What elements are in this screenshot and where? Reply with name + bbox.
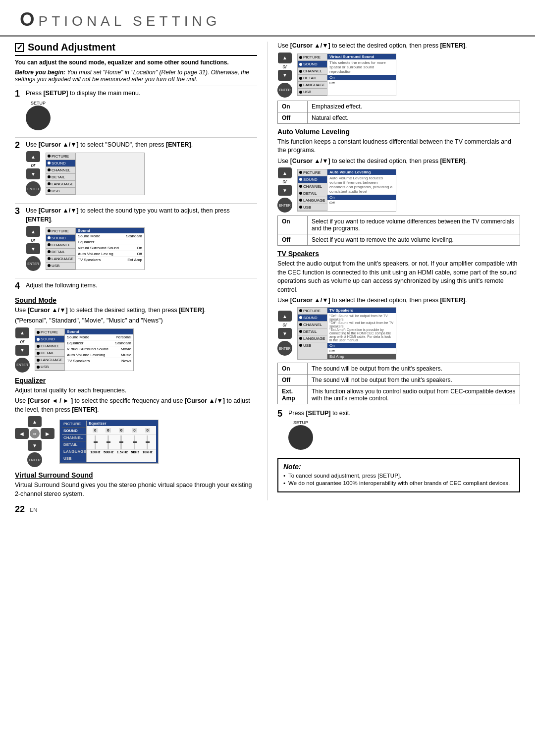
sm2-side-icons: PICTURE SOUND CHANNEL DETAIL LANGUAGE US… — [35, 329, 65, 371]
eq-si-picture: PICTURE — [62, 421, 86, 428]
step-1: 1 Press [SETUP] to display the main menu… — [15, 89, 257, 133]
avl-down-btn — [278, 185, 292, 196]
eq-si-channel: CHANNEL — [62, 434, 86, 441]
eq-side: PICTURE SOUND CHANNEL DETAIL LANGUAGE US… — [62, 421, 87, 462]
sm-usb: USB — [46, 263, 75, 270]
avl-on-row: On — [327, 195, 396, 200]
avl-table: On Select if you want to reduce volume d… — [277, 216, 520, 246]
avl-up-btn — [278, 167, 292, 178]
tvs-illus: or ENTER PICTURE SOUND CHANNEL DETAIL LA… — [277, 307, 520, 360]
step-2: 2 Use [Cursor ▲/▼] to select "SOUND", th… — [15, 141, 257, 200]
eq-up-btn — [28, 416, 42, 427]
vss-off-row: Off — [327, 80, 396, 86]
tvs-title: TV Speakers — [277, 250, 520, 258]
eq-right-btn — [41, 428, 54, 439]
enter-remote-btn: ENTER — [26, 181, 41, 196]
menu-usb: USB — [46, 188, 75, 195]
enter-sm: ENTER — [15, 358, 30, 373]
nav-cluster-vss: or ENTER — [277, 53, 292, 98]
sm2-language: LANGUAGE — [35, 357, 64, 364]
left-column: Sound Adjustment You can adjust the soun… — [15, 42, 268, 500]
avl-si-sound: SOUND — [298, 176, 327, 183]
vss-side-icons: PICTURE SOUND CHANNEL DETAIL LANGUAGE US… — [298, 54, 327, 96]
avl-si-language: LANGUAGE — [298, 197, 327, 204]
tvs-on-row-table: On The sound will be output from the uni… — [278, 363, 520, 374]
tvs-off-value: The sound will not be output from the un… — [308, 374, 520, 385]
header-title: OPTIONAL SETTING — [20, 9, 515, 30]
sound-side-icons: PICTURE SOUND CHANNEL DETAIL LANGUAGE US… — [46, 228, 76, 270]
tvs-si-detail: DETAIL — [298, 328, 327, 335]
eq-si-lang: LANGUAGE — [62, 448, 86, 455]
sound-mode-title: Sound Mode — [15, 296, 257, 304]
sm-avl-row: Auto Volume Lev ngOff — [76, 251, 144, 257]
step-3-content: Use [Cursor ▲/▼] to select the sound typ… — [26, 207, 257, 274]
step-5-content: Press [SETUP] to exit. SETUP — [288, 409, 520, 453]
sm-detail: DETAIL — [46, 249, 75, 256]
vss-off-row-table: Off Natural effect. — [278, 112, 520, 123]
step-5-text: Press [SETUP] to exit. — [288, 409, 520, 418]
vss-off-label: Off — [278, 112, 308, 123]
avl-main-area: Auto Volume Leveling Auto Volume Levelin… — [327, 169, 396, 211]
tvs-si-usb: USB — [298, 342, 327, 349]
or-label-3: or — [31, 237, 36, 243]
step-2-illus: or ENTER PICTURE SOUND CHANNEL DETAIL — [26, 151, 257, 196]
eq-nav-cluster: or ENTER — [15, 416, 54, 467]
eq-dials: 0 0 0 0 0 — [87, 426, 156, 435]
vss-off-value: Natural effect. — [308, 112, 520, 123]
eq-si-usb: USB — [62, 455, 86, 462]
sound-mode-menu-area: Sound Sound ModePersonal EqualizerStanda… — [65, 329, 133, 371]
enter-remote-tvs: ENTER — [277, 341, 292, 356]
vss-enter: ENTER — [277, 83, 292, 98]
nav-cluster-3: or ENTER — [26, 226, 41, 271]
sm-sound: SOUND — [46, 235, 75, 242]
sm2-sound: SOUND — [35, 336, 64, 343]
nav-cluster-sm: or ENTER — [15, 327, 30, 373]
menu-detail: DETAIL — [46, 174, 75, 181]
sound-mode-illus: or ENTER PICTURE SOUND CHANNEL DETAIL LA… — [15, 327, 257, 373]
or-label-sm: or — [20, 339, 25, 344]
sm2-vss-row: V rtual Surround SoundMovie — [65, 346, 133, 352]
equalizer-text1: Adjust tonal quality for each frequencie… — [15, 386, 257, 395]
vss-si-channel: CHANNEL — [298, 68, 327, 75]
vss-desc: This selects the modes for more spatial … — [327, 59, 396, 75]
nav-cluster-avl: or ENTER — [277, 167, 292, 213]
sm-channel: CHANNEL — [46, 242, 75, 249]
step-2-number: 2 — [15, 141, 23, 150]
tvs-side-icons: PICTURE SOUND CHANNEL DETAIL LANGUAGE US… — [298, 308, 327, 359]
step-2-content: Use [Cursor ▲/▼] to select "SOUND", then… — [26, 141, 257, 200]
menu-mock-2: PICTURE SOUND CHANNEL DETAIL LANGUAGE US… — [46, 153, 145, 195]
avl-desc: Auto Volume Leveling reduces volume if f… — [327, 175, 396, 195]
sm2-avl-row: Auto Volume LevelingMusic — [65, 352, 133, 358]
vss-header-bar: Virtual Surround Sound — [327, 54, 396, 59]
step-5-illus: SETUP — [288, 420, 520, 450]
tvs-down-btn — [278, 328, 292, 339]
vss-up-btn — [278, 53, 292, 63]
tvs-header-bar: TV Speakers — [327, 308, 396, 313]
eq-enter: ENTER — [27, 452, 42, 467]
eq-title-bar: Equalizer — [87, 421, 156, 426]
step-1-number: 1 — [15, 89, 23, 98]
eq-sliders — [87, 435, 156, 450]
avl-header-bar: Auto Volume Leveling — [327, 169, 396, 175]
tvs-on-row: On — [327, 343, 396, 348]
tvs-on-label: On — [278, 363, 308, 374]
tvs-text2: Use [Cursor ▲/▼] to select the desired o… — [277, 296, 520, 305]
sm-vss-row: Virtual Surround SoundOn — [76, 245, 144, 251]
enter-remote-sm: ENTER — [15, 358, 30, 373]
step-3-illus: or ENTER PICTURE SOUND CHANNEL DETAIL — [26, 226, 257, 271]
enter-btn-2: ENTER — [26, 181, 41, 196]
or-label-tvs: or — [283, 322, 287, 327]
avl-title: Auto Volume Leveling — [277, 128, 520, 136]
step-1-content: Press [SETUP] to display the main menu. … — [26, 89, 257, 133]
tvs-si-channel: CHANNEL — [298, 322, 327, 328]
tvs-off-row-table: Off The sound will not be output from th… — [278, 374, 520, 385]
enter-remote-vss: ENTER — [277, 83, 292, 98]
eq-header: PICTURE SOUND CHANNEL DETAIL LANGUAGE US… — [60, 420, 158, 463]
equalizer-text2: Use [Cursor ◄ / ► ] to select the specif… — [15, 397, 257, 414]
vss-on-label: On — [278, 101, 308, 112]
sm2-picture: PICTURE — [35, 329, 64, 336]
avl-enter: ENTER — [277, 198, 292, 213]
or-label-vss: or — [283, 64, 287, 69]
nav-cluster-2: or ENTER — [26, 151, 41, 196]
tvs-off-row: Off — [327, 348, 396, 354]
